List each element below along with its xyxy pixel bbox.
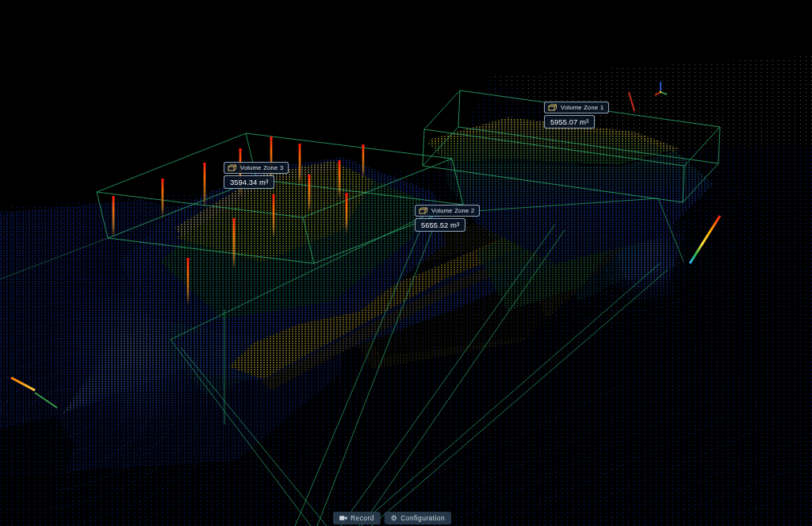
cube-icon (419, 207, 428, 214)
video-camera-icon (339, 515, 347, 521)
zone2-title: Volume Zone 2 (431, 207, 474, 214)
zone2-volume-value: 5655.52 m³ (415, 218, 465, 232)
volume-zone-1-label[interactable]: Volume Zone 1 5955.07 m³ (544, 102, 609, 129)
configuration-button[interactable]: ⚙ Configuration (385, 512, 451, 524)
zone1-volume-value: 5955.07 m³ (544, 115, 595, 129)
point-cloud-viewport[interactable] (0, 0, 812, 526)
zone3-title-pill: Volume Zone 3 (224, 162, 289, 174)
zone2-title-pill: Volume Zone 2 (415, 205, 480, 217)
gear-icon: ⚙ (391, 515, 397, 521)
zone1-title: Volume Zone 1 (561, 104, 603, 111)
application-window: Volume Zone 1 5955.07 m³ Volume Zone 2 5… (0, 0, 812, 526)
volume-zone-3-label[interactable]: Volume Zone 3 3594.34 m³ (224, 162, 289, 189)
configuration-button-label: Configuration (400, 514, 445, 522)
cube-icon (548, 104, 557, 111)
bottom-toolbar: Record ⚙ Configuration (333, 512, 451, 524)
zone3-volume-value: 3594.34 m³ (224, 175, 274, 189)
zone1-title-pill: Volume Zone 1 (544, 102, 609, 113)
record-button-label: Record (350, 514, 374, 522)
zone3-title: Volume Zone 3 (240, 164, 283, 171)
record-button[interactable]: Record (333, 512, 381, 524)
volume-zone-2-label[interactable]: Volume Zone 2 5655.52 m³ (415, 205, 480, 232)
cube-icon (228, 164, 237, 171)
